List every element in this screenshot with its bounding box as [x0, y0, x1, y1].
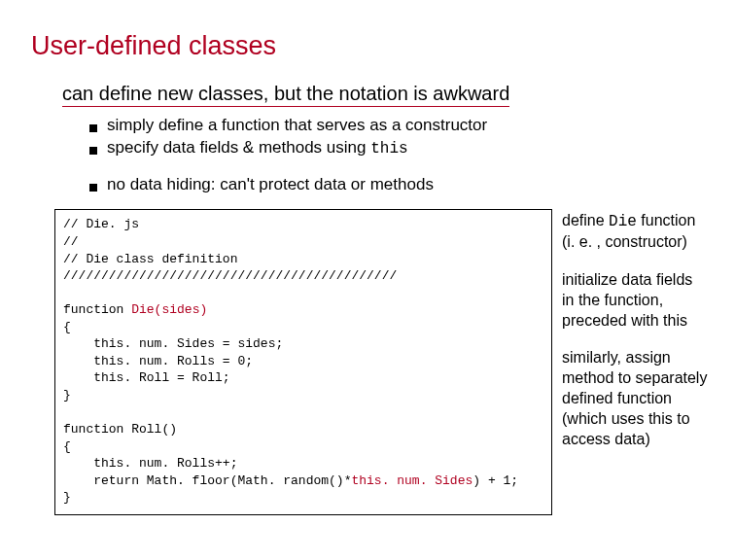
bullet-item: no data hiding: can't protect data or me… — [89, 174, 708, 196]
code-line: { — [63, 320, 71, 334]
code-line: function Roll() — [63, 422, 177, 437]
bullet-group-1: simply define a function that serves as … — [89, 115, 708, 160]
content-row: // Die. js // // Die class definition //… — [54, 209, 708, 514]
annotation: initialize data fields in the function, … — [562, 270, 708, 331]
code-line: // Die class definition — [63, 252, 237, 266]
code-listing: // Die. js // // Die class definition //… — [54, 209, 552, 514]
bullet-text-part: specify data fields & methods using — [107, 138, 370, 157]
code-line: ////////////////////////////////////////… — [63, 268, 397, 283]
code-keyword: Die — [609, 213, 637, 230]
code-line: this. num. Rolls++; — [63, 456, 237, 471]
annotation-text: define — [562, 212, 609, 228]
slide-title: User-defined classes — [31, 31, 708, 61]
code-line: // — [63, 234, 79, 249]
code-line: this. num. Sides = sides; — [63, 336, 283, 351]
code-line: } — [63, 388, 71, 402]
code-line: ) + 1; — [472, 473, 518, 488]
bullet-text: simply define a function that serves as … — [107, 115, 487, 137]
code-line: // Die. js — [63, 217, 139, 231]
code-function-name: Die(sides) — [131, 302, 207, 317]
code-line: return Math. floor(Math. random()* — [63, 473, 351, 488]
annotation: define Die function (i. e. , constructor… — [562, 211, 708, 253]
code-line: this. num. Rolls = 0; — [63, 354, 253, 368]
annotation: similarly, assign method to separately d… — [562, 348, 708, 449]
code-line: function — [63, 302, 131, 317]
square-bullet-icon — [89, 184, 97, 192]
bullet-item: simply define a function that serves as … — [89, 115, 708, 137]
slide-subtitle: can define new classes, but the notation… — [62, 83, 509, 107]
code-line: } — [63, 490, 71, 505]
bullet-text: no data hiding: can't protect data or me… — [107, 174, 434, 196]
bullet-text: specify data fields & methods using this — [107, 137, 408, 160]
bullet-item: specify data fields & methods using this — [89, 137, 708, 160]
subtitle-wrap: can define new classes, but the notation… — [27, 83, 708, 111]
bullet-group-2: no data hiding: can't protect data or me… — [89, 174, 708, 196]
code-line: this. Roll = Roll; — [63, 370, 230, 385]
square-bullet-icon — [89, 147, 97, 155]
code-keyword: this — [370, 140, 407, 158]
code-expression: this. num. Sides — [351, 473, 472, 488]
square-bullet-icon — [89, 124, 97, 132]
code-line: { — [63, 439, 71, 454]
annotation-column: define Die function (i. e. , constructor… — [562, 209, 708, 514]
